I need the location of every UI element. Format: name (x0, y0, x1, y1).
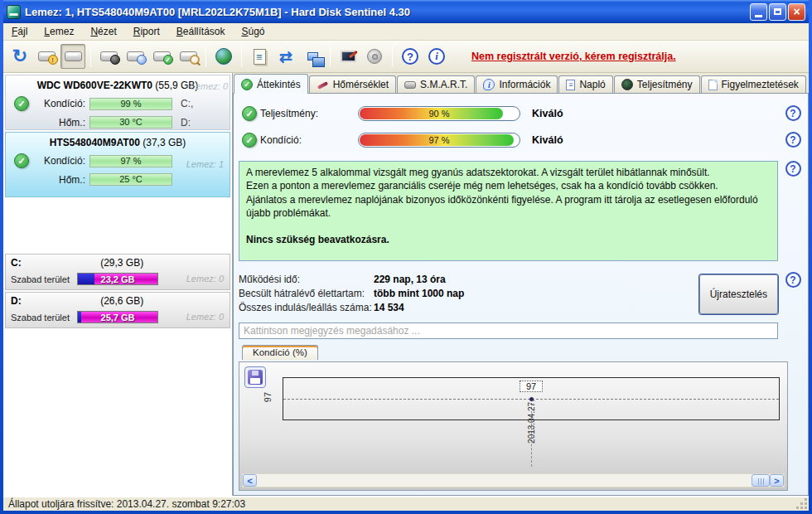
stat-label: Becsült hátralévő élettartam: (239, 288, 374, 299)
clock-badge-icon (137, 55, 147, 65)
help-icon[interactable] (785, 132, 801, 148)
disk-index-ghost: Lemez: 0 (191, 81, 228, 91)
disk-analyze-button[interactable] (176, 44, 201, 69)
free-space-label: Szabad terület (11, 313, 77, 322)
partition-letter: C:, (181, 98, 193, 109)
disk-performance-button[interactable] (96, 44, 121, 69)
menu-file[interactable]: Fájl (3, 24, 36, 39)
disk-health-icon (153, 51, 171, 61)
condition-bar: 97 % (89, 155, 172, 167)
check-badge-icon (163, 55, 173, 65)
tab-informaciok[interactable]: Információk (476, 75, 558, 93)
help-icon[interactable] (785, 272, 801, 288)
tab-label: Napló (579, 79, 605, 90)
temperature-label: Hőm.: (34, 117, 85, 128)
web-disk-button[interactable] (211, 44, 236, 69)
sync-button[interactable] (273, 44, 298, 69)
scroll-thumb[interactable] (752, 474, 770, 487)
sound-button[interactable] (362, 44, 387, 69)
menu-disk[interactable]: Lemez (36, 24, 82, 39)
remote-desktop-button[interactable] (336, 44, 360, 69)
menu-report[interactable]: Riport (125, 24, 168, 39)
help-icon[interactable] (785, 105, 801, 121)
page-icon (708, 80, 718, 90)
scroll-track[interactable] (257, 474, 752, 487)
disk-header: HTS548040M9AT00 (37,3 GB) (9, 136, 226, 148)
condition-label: Kondíció: (34, 98, 85, 109)
condition-bar: 97 % (358, 133, 520, 148)
condition-label: Kondíció: (34, 155, 85, 167)
menu-view[interactable]: Nézet (82, 24, 124, 39)
magnifier-badge-icon (190, 55, 200, 65)
comment-input[interactable] (239, 322, 778, 339)
info-icon (483, 79, 495, 90)
chart-scrollbar: < > (242, 473, 785, 487)
disk-panel-wdc[interactable]: WDC WD600VE-22KWT0 (55,9 GB) Lemez: 0 Ko… (5, 75, 230, 130)
partition-letter: C: (11, 257, 22, 269)
free-space-value: 25,7 GB (78, 312, 157, 323)
performance-bar: 90 % (358, 106, 520, 121)
menu-settings[interactable]: Beállítások (168, 24, 234, 39)
report-icon (254, 49, 266, 65)
partition-panel-c[interactable]: C: (29,3 GB) Szabad terület 23,2 GB Leme… (5, 254, 230, 290)
resize-grip[interactable] (797, 499, 807, 509)
register-link[interactable]: Nem regisztrált verzió, kérem regisztrál… (471, 51, 676, 62)
globe-icon (215, 48, 232, 65)
remote-desktop-icon (341, 51, 356, 62)
refresh-button[interactable] (7, 44, 32, 69)
titlebar[interactable]: Lemez: 1, HTS548040M9AT00 [MRL202L2K75M1… (3, 0, 809, 23)
disk-statistics: Működési idő: 229 nap, 13 óra Becsült há… (239, 272, 682, 314)
disk-performance-icon (100, 51, 118, 61)
condition-label: Kondíció: (260, 134, 358, 146)
y-axis-tick: 97 (263, 392, 273, 402)
menubar: Fájl Lemez Nézet Riport Beállítások Súgó (3, 23, 809, 41)
stat-label: Összes indulás/leállás száma: (239, 302, 374, 313)
chart-tab-kondicio[interactable]: Kondíció (%) (242, 345, 318, 360)
disk-overview-icon (65, 51, 82, 61)
scroll-left-button[interactable]: < (243, 474, 257, 487)
disk-schedule-button[interactable] (123, 44, 147, 69)
scroll-right-button[interactable]: > (770, 474, 784, 487)
tab-attekintes[interactable]: Áttekintés (234, 74, 308, 94)
tab-figyelmeztetesek[interactable]: Figyelmeztetések (701, 75, 806, 93)
disk-icon (404, 81, 416, 89)
health-check-icon (14, 153, 29, 168)
disk-name: WDC WD600VE-22KWT0 (37, 80, 152, 91)
disk-panel-hts-selected[interactable]: HTS548040M9AT00 (37,3 GB) Lemez: 1 Kondí… (5, 132, 230, 197)
partition-size: (26,6 GB) (100, 295, 143, 307)
sidebar-filler (5, 330, 230, 494)
tab-naplo[interactable]: Napló (558, 75, 612, 93)
message-line: Ezen a ponton a merevlemez garanciális c… (246, 179, 771, 192)
help-button[interactable] (398, 44, 423, 69)
minimize-button[interactable] (750, 3, 767, 21)
disk-index-ghost: Lemez: 0 (186, 274, 224, 284)
status-text: Állapot utoljára frissítve: 2013.04.27. … (3, 498, 250, 510)
report-button[interactable] (247, 44, 272, 69)
disk-health-button[interactable] (149, 44, 174, 69)
temperature-bar: 30 °C (89, 116, 172, 128)
disk-alert-button[interactable] (34, 44, 59, 69)
save-chart-button[interactable] (244, 366, 266, 388)
tab-homerseklet[interactable]: Hőmérséklet (309, 75, 396, 93)
tab-label: Áttekintés (257, 79, 301, 90)
toolbar: Nem regisztrált verzió, kérem regisztrál… (3, 41, 809, 73)
status-ok-icon (242, 106, 257, 121)
disk-overview-button[interactable] (60, 44, 85, 69)
tab-label: Figyelmeztetések (722, 79, 799, 90)
health-check-icon (14, 96, 29, 111)
maximize-button[interactable] (769, 3, 786, 21)
retest-button[interactable]: Újratesztelés (699, 274, 778, 314)
check-icon (241, 79, 253, 90)
close-button[interactable]: × (788, 3, 805, 21)
tab-smart[interactable]: S.M.A.R.T. (397, 75, 475, 93)
help-icon (402, 48, 418, 65)
help-icon[interactable] (785, 161, 801, 177)
performance-label: Teljesítmény: (260, 108, 358, 119)
partition-panel-d[interactable]: D: (26,6 GB) Szabad terület 25,7 GB Leme… (5, 292, 230, 328)
menu-help[interactable]: Súgó (233, 24, 273, 39)
info-button[interactable] (424, 44, 449, 69)
tab-teljesitmeny[interactable]: Teljesítmény (614, 75, 700, 93)
refresh-icon (12, 46, 27, 67)
log-icon (566, 80, 575, 90)
network-button[interactable] (300, 44, 325, 69)
